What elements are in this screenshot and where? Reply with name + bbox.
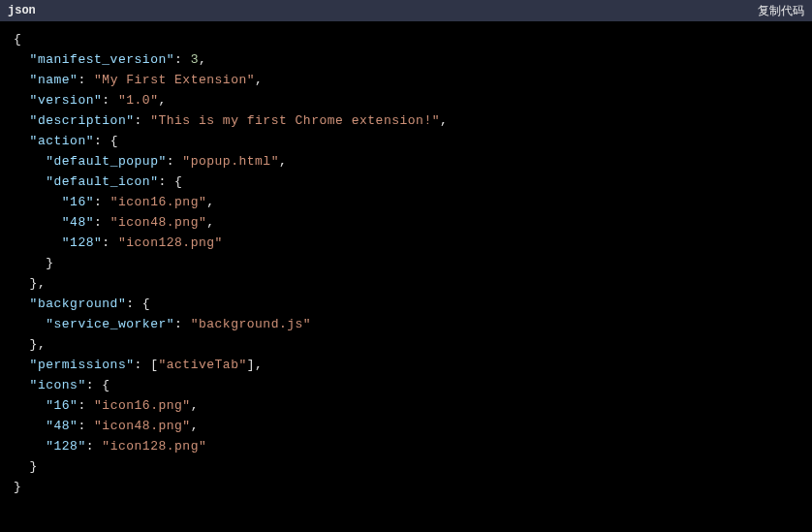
token-punc: { bbox=[110, 134, 118, 148]
token-key: "128" bbox=[62, 235, 103, 250]
token-punc: }, bbox=[30, 276, 47, 291]
code-line: "icons": { bbox=[14, 375, 798, 395]
token-key: "permissions" bbox=[30, 358, 135, 372]
code-line: }, bbox=[14, 273, 798, 294]
token-number: 3 bbox=[191, 52, 199, 67]
code-line: "128": "icon128.png" bbox=[14, 436, 798, 456]
token-key: "action" bbox=[30, 134, 94, 148]
token-key: "service_worker" bbox=[46, 317, 174, 331]
token-colon: : bbox=[158, 174, 174, 189]
token-punc: , bbox=[199, 52, 206, 67]
token-punc: }, bbox=[30, 337, 47, 352]
token-punc: , bbox=[158, 93, 166, 108]
token-colon: : bbox=[94, 195, 110, 209]
code-line: "48": "icon48.png", bbox=[14, 212, 798, 233]
code-line: "background": { bbox=[14, 294, 798, 314]
token-punc: } bbox=[46, 256, 53, 270]
code-line: "128": "icon128.png" bbox=[14, 233, 798, 253]
token-colon: : bbox=[102, 235, 118, 250]
token-punc: , bbox=[440, 113, 448, 128]
token-colon: : bbox=[174, 52, 191, 67]
code-line: "16": "icon16.png", bbox=[14, 192, 798, 212]
token-punc: { bbox=[142, 297, 150, 311]
code-line: }, bbox=[14, 334, 798, 355]
token-string: "activeTab" bbox=[158, 358, 246, 372]
token-key: "48" bbox=[62, 215, 94, 230]
token-punc: , bbox=[191, 398, 199, 413]
token-colon: : bbox=[126, 297, 142, 311]
token-key: "default_popup" bbox=[46, 154, 167, 169]
code-line: "manifest_version": 3, bbox=[14, 49, 798, 70]
token-punc: } bbox=[14, 480, 21, 494]
token-string: "1.0" bbox=[118, 93, 159, 108]
token-key: "16" bbox=[62, 195, 94, 209]
token-key: "icons" bbox=[30, 378, 86, 392]
code-line: "version": "1.0", bbox=[14, 90, 798, 110]
code-block: { "manifest_version": 3, "name": "My Fir… bbox=[0, 21, 812, 505]
code-line: "default_icon": { bbox=[14, 172, 798, 192]
token-key: "description" bbox=[30, 113, 135, 128]
code-line: "service_worker": "background.js" bbox=[14, 314, 798, 334]
token-colon: : bbox=[78, 73, 94, 87]
token-punc: , bbox=[206, 215, 214, 230]
token-colon: : bbox=[94, 134, 110, 148]
token-colon: : bbox=[86, 439, 103, 454]
code-header: json 复制代码 bbox=[0, 0, 812, 21]
token-punc: { bbox=[14, 32, 21, 47]
token-punc: , bbox=[206, 195, 214, 209]
token-key: "default_icon" bbox=[46, 174, 158, 189]
token-key: "128" bbox=[46, 439, 86, 454]
token-key: "background" bbox=[30, 297, 127, 311]
token-string: "icon48.png" bbox=[94, 419, 191, 433]
code-line: { bbox=[14, 29, 798, 49]
token-string: "icon128.png" bbox=[118, 235, 223, 250]
language-label: json bbox=[8, 4, 36, 17]
code-line: "16": "icon16.png", bbox=[14, 395, 798, 416]
token-punc: { bbox=[174, 174, 182, 189]
code-line: "permissions": ["activeTab"], bbox=[14, 355, 798, 375]
token-colon: : bbox=[78, 419, 94, 433]
code-line: "48": "icon48.png", bbox=[14, 416, 798, 436]
token-string: "icon16.png" bbox=[94, 398, 191, 413]
token-punc: ], bbox=[247, 358, 264, 372]
token-string: "This is my first Chrome extension!" bbox=[150, 113, 440, 128]
token-string: "icon48.png" bbox=[110, 215, 207, 230]
code-line: } bbox=[14, 456, 798, 477]
token-key: "48" bbox=[46, 419, 78, 433]
token-colon: : bbox=[135, 358, 151, 372]
token-colon: : bbox=[102, 93, 118, 108]
code-line: "name": "My First Extension", bbox=[14, 70, 798, 90]
token-colon: : bbox=[167, 154, 183, 169]
token-string: "My First Extension" bbox=[94, 73, 255, 87]
token-colon: : bbox=[86, 378, 103, 392]
token-punc: } bbox=[30, 459, 38, 474]
code-line: "description": "This is my first Chrome … bbox=[14, 110, 798, 131]
code-line: "action": { bbox=[14, 131, 798, 151]
token-colon: : bbox=[135, 113, 151, 128]
token-colon: : bbox=[78, 398, 94, 413]
token-string: "background.js" bbox=[191, 317, 312, 331]
token-punc: , bbox=[255, 73, 263, 87]
token-string: "icon128.png" bbox=[102, 439, 206, 454]
code-line: } bbox=[14, 253, 798, 273]
token-string: "icon16.png" bbox=[110, 195, 207, 209]
token-colon: : bbox=[174, 317, 191, 331]
token-colon: : bbox=[94, 215, 110, 230]
token-key: "name" bbox=[30, 73, 78, 87]
token-key: "manifest_version" bbox=[30, 52, 174, 67]
token-string: "popup.html" bbox=[182, 154, 279, 169]
token-punc: , bbox=[279, 154, 287, 169]
copy-code-button[interactable]: 复制代码 bbox=[758, 3, 804, 19]
code-line: } bbox=[14, 477, 798, 497]
code-line: "default_popup": "popup.html", bbox=[14, 151, 798, 172]
token-key: "16" bbox=[46, 398, 78, 413]
token-key: "version" bbox=[30, 93, 103, 108]
token-punc: , bbox=[191, 419, 199, 433]
token-punc: { bbox=[102, 378, 109, 392]
